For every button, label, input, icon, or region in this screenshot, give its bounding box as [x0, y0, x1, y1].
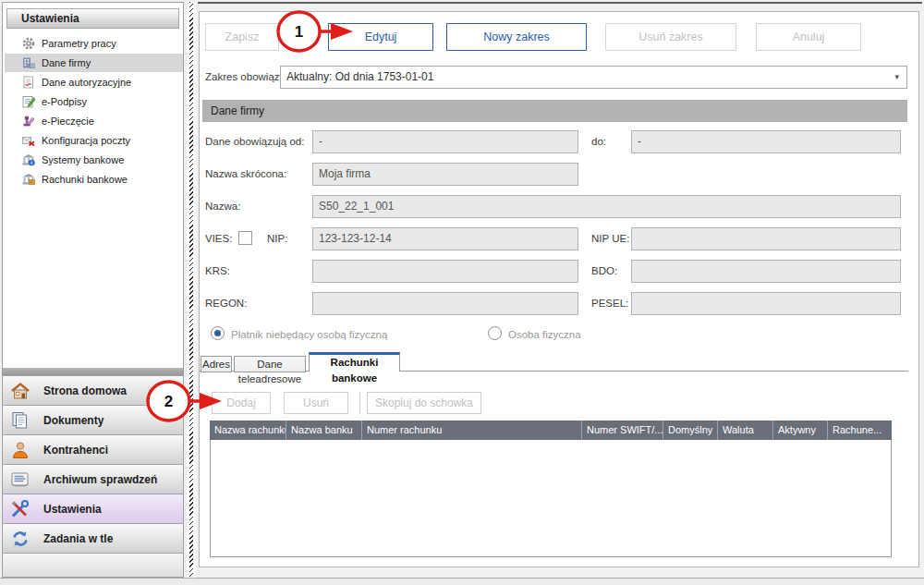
sidebar-item-label: Systemy bankowe	[42, 154, 124, 165]
tab-dane-teleadresowe[interactable]: Dane teleadresowe	[234, 356, 306, 372]
banking-systems-icon: i	[21, 152, 36, 167]
name-field: S50_22_1_001	[312, 195, 901, 218]
sidebar-item-systemy-bankowe[interactable]: i Systemy bankowe	[5, 151, 183, 169]
bdo-label: BDO:	[591, 260, 617, 283]
nav-item-ustawienia[interactable]: Ustawienia	[3, 494, 183, 523]
payer-nonperson-label: Płatnik niebędący osobą fizyczną	[231, 323, 387, 347]
bottom-status-strip	[0, 578, 924, 585]
column-header-aktywny[interactable]: Aktywny	[773, 420, 828, 440]
add-button: Dodaj	[212, 392, 271, 414]
payer-person-label: Osoba fizyczna	[508, 323, 581, 347]
background-tasks-icon	[9, 529, 33, 549]
delete-range-button: Usuń zakres	[605, 23, 736, 51]
contractors-icon	[9, 440, 33, 460]
sidebar-item-dane-autoryzacyjne[interactable]: Dane autoryzacyjne	[5, 73, 183, 91]
accounts-table-body[interactable]	[210, 440, 892, 557]
splitter-pattern	[189, 2, 193, 583]
column-header-rachunek[interactable]: Rachune...	[828, 420, 892, 440]
company-icon	[21, 55, 36, 70]
sidebar-item-label: Parametry pracy	[42, 38, 116, 49]
grid-toolbar-separator	[359, 392, 360, 414]
remove-button: Usuń	[284, 392, 348, 414]
nav-item-label: Kontrahenci	[43, 444, 108, 457]
sidebar-item-label: Dane autoryzacyjne	[42, 77, 131, 88]
nip-ue-field	[631, 227, 901, 250]
column-header-nazwa-banku[interactable]: Nazwa banku	[286, 420, 362, 440]
section-header-dane-firmy: Dane firmy	[202, 100, 907, 122]
nav-item-label: Zadania w tle	[43, 532, 113, 545]
copy-to-clipboard-button: Skopiuj do schowka	[367, 392, 481, 414]
sidebar-panel: Ustawienia Parametry pracy Dane firmy Da…	[2, 2, 184, 578]
tab-adres[interactable]: Adres	[201, 356, 232, 372]
nav-item-label: Strona domowa	[43, 384, 127, 397]
sidebar-item-rachunki-bankowe[interactable]: Rachunki bankowe	[5, 170, 183, 189]
sidebar-item-label: e-Podpisy	[42, 96, 87, 107]
nav-item-dokumenty[interactable]: Dokumenty	[3, 405, 183, 434]
cancel-button: Anuluj	[756, 23, 861, 51]
krs-label: KRS:	[205, 260, 230, 283]
authorization-icon	[21, 75, 36, 90]
column-header-numer-rachunku[interactable]: Numer rachunku	[362, 420, 582, 440]
payer-radio-person	[488, 326, 502, 340]
validity-range-select[interactable]: Aktualny: Od dnia 1753-01-01 ▾	[280, 66, 907, 89]
column-header-domyslny[interactable]: Domyślny	[663, 420, 718, 440]
vies-label: VIES:	[205, 227, 232, 250]
e-signatures-icon	[21, 94, 36, 109]
column-header-numer-swift[interactable]: Numer SWIFT/...	[582, 420, 663, 440]
valid-to-label: do:	[591, 130, 606, 153]
chevron-down-icon: ▾	[894, 67, 899, 88]
new-range-button[interactable]: Nowy zakres	[446, 23, 587, 51]
column-header-nazwa-rachunku[interactable]: Nazwa rachunku	[210, 420, 286, 440]
name-label: Nazwa:	[205, 195, 240, 218]
vertical-splitter[interactable]	[187, 2, 196, 583]
top-divider	[198, 2, 922, 4]
sidebar-item-parametry-pracy[interactable]: Parametry pracy	[5, 34, 183, 53]
regon-field	[312, 292, 578, 315]
nav-item-archiwum-sprawdzen[interactable]: Archiwum sprawdzeń	[3, 464, 183, 494]
settings-icon	[9, 499, 33, 519]
nip-field: 123-123-12-14	[312, 227, 578, 250]
nip-label: NIP:	[267, 227, 287, 250]
short-name-field: Moja firma	[312, 163, 578, 186]
gear-icon	[21, 36, 36, 51]
mail-config-icon	[21, 133, 36, 148]
e-seals-icon	[21, 114, 36, 128]
sidebar-header: Ustawienia	[6, 8, 179, 29]
bdo-field	[631, 260, 901, 283]
krs-field	[312, 260, 578, 283]
nav-empty-band	[3, 553, 183, 577]
valid-from-field: -	[312, 130, 578, 153]
nav-item-label: Archiwum sprawdzeń	[43, 473, 157, 486]
nav-item-strona-domowa[interactable]: Strona domowa	[3, 375, 183, 405]
edit-button[interactable]: Edytuj	[328, 23, 433, 51]
valid-from-label: Dane obowiązują od:	[205, 130, 304, 153]
nav-item-zadania-w-tle[interactable]: Zadania w tle	[3, 523, 183, 553]
home-icon	[9, 381, 33, 401]
sidebar-item-label: Konfiguracja poczty	[42, 135, 130, 146]
sidebar-item-konfiguracja-poczty[interactable]: Konfiguracja poczty	[5, 131, 183, 150]
sidebar-item-dane-firmy[interactable]: Dane firmy	[5, 54, 183, 72]
app-window: Ustawienia Parametry pracy Dane firmy Da…	[0, 0, 924, 585]
nav-item-label: Dokumenty	[43, 414, 103, 427]
save-button: Zapisz	[205, 23, 279, 51]
sidebar-horizontal-splitter[interactable]	[3, 368, 183, 375]
sidebar-item-e-pieczecie[interactable]: e-Pieczęcie	[5, 112, 183, 130]
valid-to-field: -	[631, 130, 901, 153]
tab-rachunki-bankowe[interactable]: Rachunki bankowe	[309, 352, 400, 372]
pesel-label: PESEL:	[591, 292, 628, 315]
nav-item-kontrahenci[interactable]: Kontrahenci	[3, 434, 183, 464]
sidebar-item-e-podpisy[interactable]: e-Podpisy	[5, 92, 183, 111]
documents-icon	[9, 410, 33, 431]
tab-strip-divider	[200, 371, 908, 372]
sidebar-item-label: Dane firmy	[42, 57, 91, 68]
payer-radio-nonperson	[211, 326, 225, 340]
short-name-label: Nazwa skrócona:	[205, 163, 286, 186]
archive-icon	[9, 469, 33, 490]
bank-accounts-icon	[21, 172, 36, 187]
sidebar-item-label: e-Pieczęcie	[42, 116, 94, 127]
column-header-waluta[interactable]: Waluta	[718, 420, 773, 440]
vies-checkbox	[238, 231, 252, 245]
nav-item-label: Ustawienia	[43, 503, 102, 516]
sidebar-item-label: Rachunki bankowe	[42, 174, 128, 185]
nip-ue-label: NIP UE:	[591, 227, 629, 250]
